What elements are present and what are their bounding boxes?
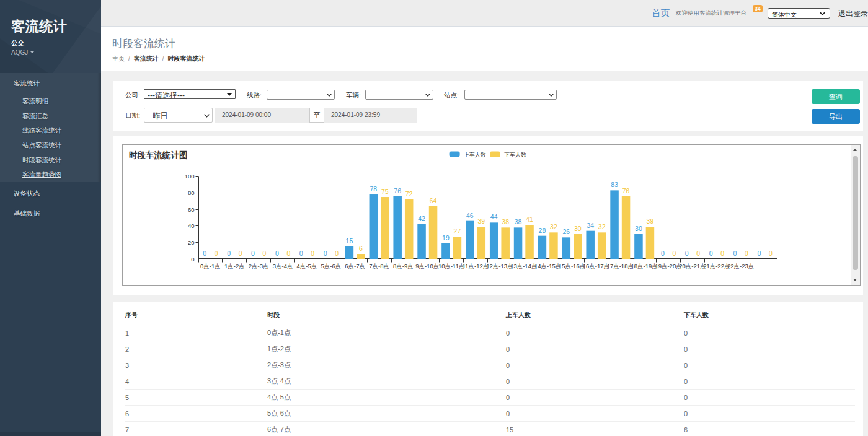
svg-text:15点-16点: 15点-16点 [559,263,585,269]
svg-text:下车人数: 下车人数 [504,152,526,158]
svg-text:32: 32 [598,223,606,230]
svg-text:3点-4点: 3点-4点 [273,263,293,269]
svg-text:0: 0 [769,250,773,257]
svg-text:0: 0 [757,250,761,257]
svg-text:8点-9点: 8点-9点 [393,263,414,269]
svg-text:0: 0 [335,250,339,257]
svg-text:9点-10点: 9点-10点 [415,263,439,269]
svg-text:6: 6 [359,245,363,252]
svg-text:26: 26 [562,228,570,235]
svg-text:0: 0 [263,250,267,257]
svg-text:19: 19 [442,234,450,242]
svg-text:上车人数: 上车人数 [464,152,486,158]
svg-text:17点-18点: 17点-18点 [607,263,634,269]
svg-text:0点-1点: 0点-1点 [200,263,221,269]
svg-text:80: 80 [188,190,195,196]
svg-text:83: 83 [611,181,618,188]
svg-text:0: 0 [733,250,737,257]
svg-text:76: 76 [394,187,401,194]
svg-text:20: 20 [188,239,195,246]
svg-text:12点-13点: 12点-13点 [486,263,513,269]
svg-text:0: 0 [299,250,303,257]
svg-text:0: 0 [203,250,206,257]
svg-text:0: 0 [720,250,724,257]
svg-text:0: 0 [275,250,279,257]
svg-text:时段车流统计图: 时段车流统计图 [129,150,188,160]
svg-text:11点-12点: 11点-12点 [463,263,489,269]
svg-text:6点-7点: 6点-7点 [345,263,365,269]
svg-text:38: 38 [502,218,509,225]
svg-text:0: 0 [251,250,255,257]
svg-text:44: 44 [490,213,498,220]
svg-text:60: 60 [188,206,195,213]
svg-text:0: 0 [709,250,713,257]
svg-text:1点-2点: 1点-2点 [224,263,245,269]
svg-text:22点-23点: 22点-23点 [727,263,754,269]
svg-text:40: 40 [188,222,195,229]
svg-text:38: 38 [515,218,522,225]
svg-text:76: 76 [622,187,630,194]
svg-text:0: 0 [286,250,290,257]
svg-text:4点-5点: 4点-5点 [297,263,317,269]
svg-text:18点-19点: 18点-19点 [631,263,658,269]
svg-text:20点-21点: 20点-21点 [679,263,706,269]
svg-text:72: 72 [405,190,413,198]
svg-text:100: 100 [185,173,195,180]
svg-text:34: 34 [587,222,594,229]
svg-text:0: 0 [661,250,665,257]
svg-text:39: 39 [647,217,654,225]
svg-text:0: 0 [745,250,748,257]
svg-text:0: 0 [239,250,242,257]
svg-text:39: 39 [477,217,485,225]
svg-text:0: 0 [191,256,194,263]
svg-text:41: 41 [526,216,533,223]
svg-text:7点-8点: 7点-8点 [369,263,389,269]
svg-text:0: 0 [696,250,700,257]
svg-text:15: 15 [346,237,353,245]
svg-text:5点-6点: 5点-6点 [321,263,341,269]
svg-text:0: 0 [227,250,231,257]
svg-text:16点-17点: 16点-17点 [583,263,609,269]
svg-text:0: 0 [215,250,218,257]
svg-text:30: 30 [635,225,642,232]
svg-text:78: 78 [370,185,377,193]
svg-text:30: 30 [574,225,582,232]
svg-text:64: 64 [430,197,437,204]
svg-text:21点-22点: 21点-22点 [703,263,730,269]
svg-text:13点-14点: 13点-14点 [510,263,537,269]
svg-text:32: 32 [550,223,557,230]
svg-text:46: 46 [466,212,474,219]
svg-text:0: 0 [324,250,327,257]
svg-text:28: 28 [539,227,546,234]
svg-text:14点-15点: 14点-15点 [534,263,561,269]
svg-text:2点-3点: 2点-3点 [249,263,269,269]
svg-text:10点-11点: 10点-11点 [438,263,465,269]
svg-text:75: 75 [381,188,389,195]
svg-text:27: 27 [454,227,461,235]
svg-text:19点-20点: 19点-20点 [655,263,681,269]
svg-text:0: 0 [685,250,689,257]
svg-text:0: 0 [311,250,314,257]
svg-text:0: 0 [672,250,676,257]
svg-text:42: 42 [418,215,425,222]
